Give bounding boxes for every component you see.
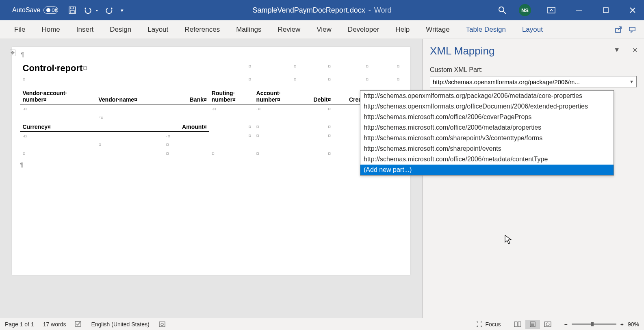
print-layout-icon[interactable] <box>525 320 540 329</box>
focus-mode-button[interactable]: Focus <box>476 321 501 328</box>
dropdown-option[interactable]: http://schemas.microsoft.com/office/2006… <box>360 122 614 133</box>
report-title: Control·report¤ <box>23 63 88 73</box>
col-currency: Currency¤ <box>20 122 96 132</box>
dropdown-option[interactable]: http://schemas.microsoft.com/sharepoint/… <box>360 143 614 154</box>
tab-file[interactable]: File <box>6 20 33 39</box>
tab-mailings[interactable]: Mailings <box>228 20 269 39</box>
combo-label: Custom XML Part: <box>430 66 637 74</box>
status-words[interactable]: 17 words <box>43 321 66 328</box>
zoom-thumb[interactable] <box>591 322 594 326</box>
xml-part-dropdown[interactable]: http://schemas.openxmlformats.org/packag… <box>360 90 614 176</box>
svg-rect-10 <box>616 28 620 33</box>
svg-rect-16 <box>514 322 517 327</box>
minimize-icon[interactable] <box>572 7 586 13</box>
main-area: ✥ ¶ Control·report¤ ¤ ¤ ¤ ¤ ¤ ¤ ¤ ¤ ¤ ¤ <box>0 39 644 318</box>
read-mode-icon[interactable] <box>510 320 525 329</box>
chevron-down-icon[interactable]: ▼ <box>629 79 634 84</box>
user-avatar[interactable]: NS <box>519 4 531 16</box>
view-buttons <box>510 320 555 329</box>
combo-selected: http://schemas.openxmlformats.org/packag… <box>433 78 629 85</box>
undo-icon[interactable] <box>84 7 92 14</box>
tab-review[interactable]: Review <box>270 20 309 39</box>
maximize-icon[interactable] <box>598 7 613 13</box>
undo-dropdown-icon[interactable]: ▾ <box>96 8 98 13</box>
customize-qat-icon[interactable]: ▾ <box>121 7 124 13</box>
macro-icon[interactable] <box>158 321 166 328</box>
ribbon-tabs: File Home Insert Design Layout Reference… <box>0 20 644 39</box>
ribbon-display-icon[interactable] <box>543 7 559 13</box>
search-icon[interactable] <box>498 6 507 15</box>
svg-point-15 <box>161 323 163 326</box>
pane-close-icon[interactable]: ✕ <box>632 46 637 54</box>
share-icon[interactable] <box>613 24 624 35</box>
toggle-knob <box>46 8 50 12</box>
status-page[interactable]: Page 1 of 1 <box>5 321 34 328</box>
tab-table-layout[interactable]: Layout <box>514 20 551 39</box>
zoom-in-button[interactable]: + <box>620 321 624 328</box>
svg-rect-17 <box>518 322 521 327</box>
col-vendor-name: Vendor·name¤ <box>96 89 163 104</box>
svg-rect-13 <box>75 321 81 326</box>
tab-view[interactable]: View <box>308 20 340 39</box>
tab-references[interactable]: References <box>176 20 228 39</box>
tab-layout[interactable]: Layout <box>139 20 176 39</box>
document-name: SampleVendPaymDocReport.docx <box>253 6 365 15</box>
col-account: Account·number¤ <box>254 89 299 104</box>
xml-part-combo[interactable]: http://schemas.openxmlformats.org/packag… <box>430 76 637 87</box>
save-icon[interactable] <box>68 6 76 14</box>
svg-rect-5 <box>548 7 555 13</box>
table-move-handle-icon[interactable]: ✥ <box>10 50 15 56</box>
col-amount: Amount¤ <box>164 122 209 132</box>
window-title: SampleVendPaymDocReport.docx - Word <box>253 6 392 15</box>
col-bank: Bank¤ <box>164 89 209 104</box>
tab-design[interactable]: Design <box>102 20 139 39</box>
svg-rect-14 <box>159 322 165 327</box>
quick-access-toolbar: ▾ ▾ <box>68 6 124 14</box>
dropdown-option[interactable]: http://schemas.openxmlformats.org/office… <box>360 101 614 112</box>
svg-rect-2 <box>70 11 74 13</box>
document-table[interactable]: Control·report¤ ¤ ¤ ¤ ¤ ¤ ¤ ¤ ¤ ¤ ¤ ¤ <box>20 62 402 158</box>
spellcheck-icon[interactable] <box>75 321 82 328</box>
col-routing: Routing·number¤ <box>209 89 254 104</box>
tab-help[interactable]: Help <box>387 20 418 39</box>
col-vendor-account: Vendor·account·number¤ <box>20 89 96 104</box>
svg-point-23 <box>546 323 549 326</box>
pane-title: XML Mapping <box>430 45 637 57</box>
tab-table-design[interactable]: Table Design <box>458 20 514 39</box>
autosave-toggle[interactable]: Off <box>43 7 58 14</box>
page: ✥ ¶ Control·report¤ ¤ ¤ ¤ ¤ ¤ ¤ ¤ ¤ ¤ ¤ <box>12 47 410 275</box>
xml-mapping-pane: XML Mapping ▼ ✕ Custom XML Part: http://… <box>423 39 644 318</box>
paragraph-mark-icon: ¶ <box>21 51 24 58</box>
tab-developer[interactable]: Developer <box>340 20 388 39</box>
svg-rect-0 <box>69 7 76 13</box>
status-bar: Page 1 of 1 17 words English (United Sta… <box>0 318 644 330</box>
zoom-control: − + 90% <box>564 321 639 328</box>
zoom-out-button[interactable]: − <box>564 321 568 328</box>
title-bar: AutoSave Off ▾ ▾ SampleVendPaymDocReport… <box>0 0 644 20</box>
dropdown-option[interactable]: http://schemas.microsoft.com/office/2006… <box>360 154 614 165</box>
autosave-label: AutoSave <box>12 7 40 14</box>
close-icon[interactable] <box>625 7 640 13</box>
status-language[interactable]: English (United States) <box>91 321 149 328</box>
dropdown-option[interactable]: http://schemas.openxmlformats.org/packag… <box>360 91 614 101</box>
col-debit: Debit¤ <box>299 89 334 104</box>
document-area[interactable]: ✥ ¶ Control·report¤ ¤ ¤ ¤ ¤ ¤ ¤ ¤ ¤ ¤ ¤ <box>0 39 423 318</box>
comments-icon[interactable] <box>627 24 638 35</box>
svg-rect-7 <box>603 8 608 13</box>
svg-point-3 <box>499 7 504 12</box>
autosave-control[interactable]: AutoSave Off <box>12 7 58 14</box>
tab-home[interactable]: Home <box>33 20 68 39</box>
dropdown-option[interactable]: http://schemas.microsoft.com/office/2006… <box>360 112 614 122</box>
svg-line-4 <box>503 11 506 14</box>
dropdown-option[interactable]: http://schemas.microsoft.com/sharepoint/… <box>360 133 614 143</box>
autosave-state: Off <box>52 8 57 13</box>
tab-insert[interactable]: Insert <box>68 20 102 39</box>
redo-icon[interactable] <box>105 7 113 14</box>
web-layout-icon[interactable] <box>540 320 555 329</box>
paragraph-mark-icon: ¶ <box>20 161 402 168</box>
zoom-slider[interactable] <box>572 323 616 325</box>
dropdown-option-add-new[interactable]: (Add new part...) <box>360 165 614 175</box>
pane-options-icon[interactable]: ▼ <box>614 46 620 54</box>
tab-writage[interactable]: Writage <box>418 20 458 39</box>
zoom-level[interactable]: 90% <box>628 321 639 328</box>
